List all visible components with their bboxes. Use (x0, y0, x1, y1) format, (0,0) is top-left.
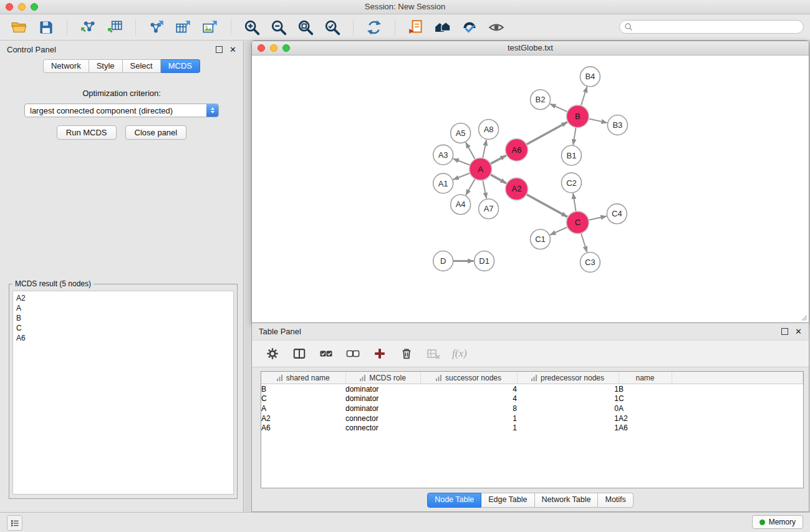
float-panel-icon[interactable] (216, 46, 223, 53)
table-row[interactable]: Bdominator41B (261, 384, 803, 394)
run-mcds-button[interactable]: Run MCDS (57, 125, 117, 140)
apply-layout-icon[interactable] (365, 18, 383, 37)
tab-edge-table[interactable]: Edge Table (481, 493, 534, 508)
add-column-icon[interactable] (372, 346, 388, 362)
close-window-button[interactable] (6, 3, 13, 11)
zoom-selected-icon[interactable] (323, 18, 342, 37)
node-table: shared name MCDS role successor nodes pr… (261, 371, 804, 488)
tab-style[interactable]: Style (89, 59, 123, 73)
control-panel: Control Panel ✕ Network Style Select MCD… (0, 41, 244, 512)
list-item[interactable]: A (16, 303, 230, 313)
dropdown-stepper-icon (206, 104, 218, 117)
search-input[interactable] (635, 22, 803, 32)
task-history-icon[interactable] (7, 515, 22, 531)
delete-column-icon (425, 346, 441, 362)
save-session-icon[interactable] (37, 18, 55, 37)
zoom-window-button[interactable] (31, 3, 38, 11)
graph-node-label: A2 (512, 185, 522, 194)
list-item[interactable]: A2 (16, 293, 230, 303)
export-table-icon[interactable] (174, 18, 193, 37)
sort-icon (277, 375, 283, 381)
graph-node-label: B4 (585, 72, 595, 81)
graph-node-label: A (478, 165, 483, 174)
sort-icon (436, 375, 442, 381)
graph-node-label: C4 (612, 209, 622, 218)
zoom-out-icon[interactable] (269, 18, 288, 37)
table-row[interactable]: Adominator80A (261, 404, 803, 414)
sort-icon (360, 375, 366, 381)
list-item[interactable]: C (16, 323, 230, 333)
window-title: Session: New Session (0, 0, 810, 13)
mcds-result-groupbox: MCDS result (5 nodes) A2 A B C A6 (9, 284, 238, 499)
column-header-name[interactable]: name (619, 372, 672, 384)
column-header-mcds-role[interactable]: MCDS role (345, 372, 420, 384)
tab-network[interactable]: Network (43, 59, 89, 73)
export-network-icon[interactable] (147, 18, 166, 37)
graph-node-label: A5 (456, 128, 466, 138)
memory-button[interactable]: Memory (752, 515, 803, 529)
control-panel-title: Control Panel (7, 45, 56, 54)
annotation-icon[interactable] (407, 18, 425, 37)
workspace: testGlobe.txt AA2A6BCA1A3A4A5A7A8B1B2B3B… (244, 41, 810, 512)
show-columns-icon[interactable] (291, 346, 307, 362)
open-session-icon[interactable] (10, 18, 29, 37)
float-table-panel-icon[interactable] (781, 328, 788, 335)
tab-node-table[interactable]: Node Table (427, 493, 481, 508)
style-check-icon[interactable] (460, 18, 479, 37)
toolbar-separator (231, 19, 231, 36)
list-item[interactable]: B (16, 313, 230, 323)
network-home-icon[interactable] (433, 18, 452, 37)
close-panel-icon[interactable]: ✕ (229, 46, 236, 54)
show-hide-icon[interactable] (487, 18, 506, 37)
tab-mcds[interactable]: MCDS (161, 59, 200, 73)
minimize-network-window-button[interactable] (270, 44, 277, 52)
network-graph[interactable]: AA2A6BCA1A3A4A5A7A8B1B2B3B4C1C2C3C4DD1 (252, 56, 809, 322)
minimize-window-button[interactable] (18, 3, 26, 11)
search-icon (624, 22, 633, 31)
import-table-file-icon[interactable] (105, 18, 124, 37)
network-window-title: testGlobe.txt (252, 41, 809, 54)
zoom-fit-icon[interactable] (296, 18, 315, 37)
dropdown-value: largest connected component (directed) (25, 106, 206, 115)
graph-node-label: B3 (612, 120, 622, 130)
zoom-in-icon[interactable] (243, 18, 261, 37)
resize-corner-icon[interactable] (800, 314, 808, 321)
mcds-result-list[interactable]: A2 A B C A6 (12, 291, 234, 495)
delete-row-trash-icon[interactable] (398, 346, 415, 362)
zoom-network-window-button[interactable] (282, 44, 290, 52)
table-row[interactable]: Cdominator41C (261, 394, 803, 404)
close-table-panel-icon[interactable]: ✕ (795, 327, 802, 336)
memory-label: Memory (769, 518, 796, 526)
optimization-dropdown[interactable]: largest connected component (directed) (24, 104, 219, 117)
table-settings-gear-icon[interactable] (264, 346, 281, 362)
list-item[interactable]: A6 (16, 333, 230, 343)
graph-node-label: C3 (585, 258, 595, 267)
network-canvas[interactable]: AA2A6BCA1A3A4A5A7A8B1B2B3B4C1C2C3C4DD1 (252, 56, 809, 322)
graph-node-label: A3 (438, 150, 448, 160)
app-titlebar: Session: New Session (0, 0, 810, 14)
graph-node-label: B2 (536, 95, 546, 104)
table-panel: Table Panel ✕ (251, 323, 809, 512)
table-row[interactable]: A2connector11A2 (261, 414, 803, 423)
column-header-shared-name[interactable]: shared name (261, 372, 345, 384)
close-panel-button[interactable]: Close panel (125, 125, 187, 140)
close-network-window-button[interactable] (258, 44, 265, 52)
graph-node-label: D (440, 256, 446, 266)
graph-node-label: A8 (484, 125, 494, 134)
column-header-successor-nodes[interactable]: successor nodes (420, 372, 517, 384)
table-panel-title: Table Panel (259, 327, 301, 336)
import-network-file-icon[interactable] (79, 18, 97, 37)
export-image-icon[interactable] (201, 18, 219, 37)
tab-select[interactable]: Select (123, 59, 161, 73)
graph-node-label: A6 (512, 145, 522, 155)
search-field[interactable] (619, 20, 804, 34)
column-header-filler (672, 372, 803, 384)
control-panel-tabs: Network Style Select MCDS (0, 59, 243, 73)
column-header-predecessor-nodes[interactable]: predecessor nodes (517, 372, 619, 384)
select-all-rows-icon[interactable] (318, 346, 334, 362)
deselect-all-rows-icon[interactable] (345, 346, 361, 362)
table-row[interactable]: A6connector11A6 (261, 423, 803, 433)
tab-network-table[interactable]: Network Table (535, 493, 599, 508)
toolbar-separator (67, 19, 67, 36)
tab-motifs[interactable]: Motifs (598, 493, 633, 508)
